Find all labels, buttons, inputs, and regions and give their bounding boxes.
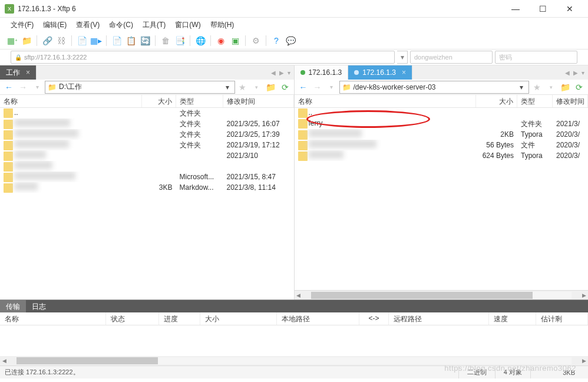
reconnect-icon[interactable]: 🔗: [41, 34, 54, 47]
th-speed[interactable]: 速度: [489, 312, 536, 325]
link-icon[interactable]: ▣: [229, 34, 242, 47]
tab-prev-icon[interactable]: ◀: [565, 70, 570, 76]
close-button[interactable]: ✕: [556, 0, 583, 18]
back-button[interactable]: ←: [297, 81, 310, 94]
menu-file[interactable]: 文件(F): [7, 19, 37, 31]
hdr-size[interactable]: 大小: [142, 95, 176, 107]
help-icon[interactable]: ?: [270, 34, 283, 47]
th-status[interactable]: 状态: [106, 312, 159, 325]
forward-button[interactable]: →: [16, 81, 29, 94]
sync-icon[interactable]: ▦▸: [90, 34, 103, 47]
hdr-type[interactable]: 类型: [517, 95, 553, 107]
menu-help[interactable]: 帮助(H): [207, 19, 238, 31]
tab-menu-icon[interactable]: ▾: [288, 70, 290, 76]
tab-transfer[interactable]: 传输: [0, 300, 26, 312]
menu-cmd[interactable]: 命令(C): [105, 19, 137, 31]
tab-next-icon[interactable]: ▶: [279, 70, 284, 76]
list-item[interactable]: ..: [295, 108, 589, 118]
menu-tools[interactable]: 工具(T): [139, 19, 169, 31]
bookmark-icon[interactable]: ★: [530, 81, 543, 94]
up-button[interactable]: ▾: [31, 81, 44, 94]
th-size[interactable]: 大小: [200, 312, 277, 325]
new-folder-icon[interactable]: 📄: [75, 34, 88, 47]
list-item[interactable]: [0, 161, 294, 172]
path-dropdown-icon[interactable]: ▾: [517, 83, 526, 91]
chat-icon[interactable]: 💬: [284, 34, 297, 47]
back-button[interactable]: ←: [2, 81, 15, 94]
tab-menu-icon[interactable]: ▾: [582, 70, 584, 76]
list-item[interactable]: 56 Bytes文件2020/3/: [295, 140, 589, 150]
refresh-icon[interactable]: 🔄: [138, 34, 151, 47]
home-icon[interactable]: 📁: [265, 81, 278, 94]
address-dropdown[interactable]: ▾: [397, 51, 408, 64]
hdr-size[interactable]: 大小: [476, 95, 517, 107]
address-input[interactable]: 🔒 sftp://172.16.1.3:2222: [11, 51, 395, 64]
hdr-mtime[interactable]: 修改时间: [553, 95, 588, 107]
local-path-input[interactable]: 📁 D:\工作 ▾: [45, 81, 235, 94]
hdr-mtime[interactable]: 修改时间: [223, 95, 294, 107]
bottom-h-scroll[interactable]: ◀ ▶: [0, 356, 588, 365]
th-arrow[interactable]: <->: [359, 312, 389, 325]
open-session-icon[interactable]: 📁: [20, 34, 33, 47]
scroll-right-icon[interactable]: ▶: [580, 358, 588, 364]
list-item[interactable]: Microsoft...2021/3/15, 8:47: [0, 172, 294, 182]
scroll-left-icon[interactable]: ◀: [295, 292, 303, 298]
refresh-pane-icon[interactable]: ⟳: [279, 81, 292, 94]
bookmark-icon[interactable]: ★: [236, 81, 249, 94]
settings-icon[interactable]: ⚙: [249, 34, 262, 47]
menu-view[interactable]: 查看(V): [72, 19, 103, 31]
globe-icon[interactable]: 🌐: [194, 34, 207, 47]
properties-icon[interactable]: 📑: [173, 34, 186, 47]
tab-close-icon[interactable]: ×: [26, 68, 30, 77]
password-input[interactable]: 密码: [495, 51, 577, 64]
remote-list[interactable]: ..ferry文件夹2021/3/2KBTypora2020/3/56 Byte…: [295, 108, 589, 290]
xshell-icon[interactable]: ◉: [214, 34, 227, 47]
home-icon[interactable]: 📁: [559, 81, 572, 94]
username-input[interactable]: dongweizhen: [410, 51, 493, 64]
tab-close-icon[interactable]: ×: [402, 68, 406, 77]
remote-tab-1[interactable]: 172.16.1.3: [295, 65, 349, 80]
disconnect-icon[interactable]: ⛓: [55, 34, 68, 47]
tab-log[interactable]: 日志: [26, 300, 52, 312]
local-tab-work[interactable]: 工作 ×: [0, 65, 37, 80]
remote-tab-2[interactable]: 172.16.1.3 ×: [348, 65, 412, 80]
list-item[interactable]: 2KBTypora2020/3/: [295, 129, 589, 140]
up-button[interactable]: ▾: [325, 81, 338, 94]
th-remote[interactable]: 远程路径: [389, 312, 489, 325]
scroll-left-icon[interactable]: ◀: [0, 358, 8, 364]
local-list[interactable]: ..文件夹文件夹2021/3/25, 16:07文件夹2021/3/25, 17…: [0, 108, 294, 299]
th-name[interactable]: 名称: [0, 312, 106, 325]
remote-h-scroll[interactable]: ◀ ▶: [295, 290, 589, 299]
hdr-name[interactable]: 名称: [0, 95, 142, 107]
new-session-icon[interactable]: ▦+: [6, 34, 19, 47]
list-item[interactable]: 文件夹2021/3/25, 17:39: [0, 129, 294, 140]
th-progress[interactable]: 进度: [159, 312, 200, 325]
menu-window[interactable]: 窗口(W): [171, 19, 204, 31]
path-dropdown-icon[interactable]: ▾: [223, 83, 232, 91]
list-item[interactable]: 文件夹2021/3/25, 16:07: [0, 118, 294, 129]
list-item[interactable]: 文件夹2021/3/19, 17:12: [0, 140, 294, 150]
refresh-pane-icon[interactable]: ⟳: [573, 81, 586, 94]
copy-icon[interactable]: 📄: [110, 34, 123, 47]
paste-icon[interactable]: 📋: [124, 34, 137, 47]
tab-prev-icon[interactable]: ◀: [271, 70, 276, 76]
list-item[interactable]: ..文件夹: [0, 108, 294, 118]
menu-edit[interactable]: 编辑(E): [39, 19, 70, 31]
list-item[interactable]: ferry文件夹2021/3/: [295, 118, 589, 129]
minimize-button[interactable]: —: [502, 0, 529, 18]
list-item[interactable]: 624 BytesTypora2020/3/: [295, 150, 589, 161]
bookmark-drop-icon[interactable]: ▾: [250, 81, 263, 94]
remote-path-input[interactable]: 📁 /dev-k8s-worker-server-03 ▾: [339, 81, 530, 94]
scroll-right-icon[interactable]: ▶: [580, 292, 588, 298]
delete-icon[interactable]: 🗑: [159, 34, 172, 47]
hdr-name[interactable]: 名称: [295, 95, 477, 107]
hdr-type[interactable]: 类型: [176, 95, 223, 107]
th-local[interactable]: 本地路径: [277, 312, 359, 325]
maximize-button[interactable]: ☐: [529, 0, 556, 18]
tab-next-icon[interactable]: ▶: [573, 70, 578, 76]
list-item[interactable]: 3KBMarkdow...2021/3/8, 11:14: [0, 182, 294, 193]
list-item[interactable]: 2021/3/10: [0, 150, 294, 161]
th-eta[interactable]: 估计剩: [536, 312, 588, 325]
forward-button[interactable]: →: [311, 81, 324, 94]
bookmark-drop-icon[interactable]: ▾: [544, 81, 557, 94]
